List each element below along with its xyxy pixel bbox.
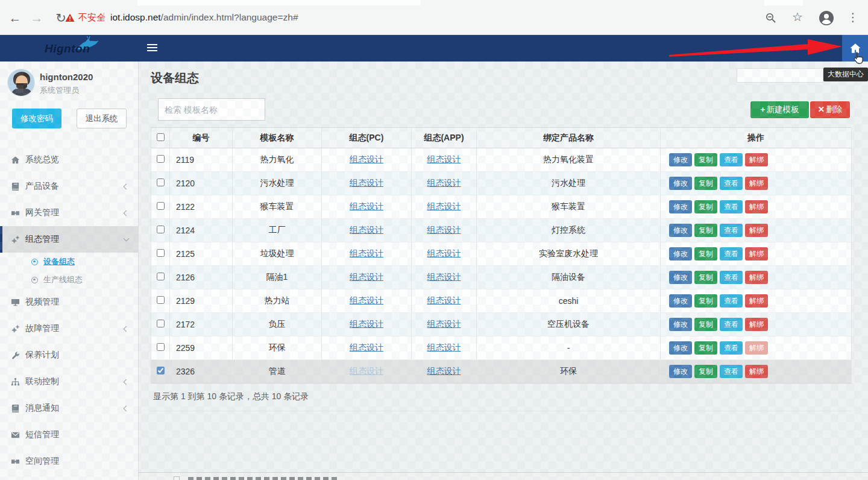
- pc-config-link[interactable]: 组态设计: [350, 225, 383, 235]
- bookmark-star-icon[interactable]: ☆: [788, 9, 807, 25]
- zoom-out-icon[interactable]: [766, 13, 776, 24]
- cell-product-name: ceshi: [477, 289, 661, 313]
- change-password-button[interactable]: 修改密码: [12, 109, 61, 128]
- sidebar-item-system-overview[interactable]: 系统总览: [0, 147, 138, 173]
- action-edit-button[interactable]: 修改: [669, 271, 692, 284]
- sidebar-subitem-device-config[interactable]: 设备组态: [0, 253, 138, 271]
- action-view-button[interactable]: 查看: [720, 341, 743, 355]
- action-unbind-button[interactable]: 解绑: [745, 271, 768, 284]
- action-unbind-button[interactable]: 解绑: [745, 200, 768, 213]
- action-copy-button[interactable]: 复制: [694, 271, 717, 284]
- action-edit-button[interactable]: 修改: [669, 200, 692, 213]
- pc-config-link[interactable]: 组态设计: [350, 295, 383, 305]
- pc-config-link[interactable]: 组态设计: [350, 178, 383, 188]
- hamburger-menu-icon[interactable]: [147, 44, 157, 52]
- pc-config-link[interactable]: 组态设计: [350, 343, 383, 352]
- new-template-button[interactable]: +新建模板: [750, 101, 809, 118]
- row-checkbox[interactable]: [157, 296, 165, 304]
- row-checkbox[interactable]: [157, 343, 165, 351]
- sidebar-item-gateway-mgmt[interactable]: 网关管理: [0, 200, 138, 226]
- pc-config-link[interactable]: 组态设计: [350, 154, 383, 164]
- app-config-link[interactable]: 组态设计: [427, 248, 461, 258]
- sidebar-item-product-device[interactable]: 产品设备: [0, 173, 138, 200]
- pc-config-link[interactable]: 组态设计: [350, 366, 383, 376]
- pc-config-link[interactable]: 组态设计: [350, 319, 383, 329]
- pc-config-link[interactable]: 组态设计: [350, 248, 383, 258]
- action-copy-button[interactable]: 复制: [694, 177, 717, 190]
- action-unbind-button[interactable]: 解绑: [745, 294, 768, 308]
- sidebar-item-sms-mgmt[interactable]: 短信管理: [0, 422, 138, 448]
- binoculars-icon: [11, 209, 25, 218]
- browser-forward-icon[interactable]: →: [28, 10, 46, 26]
- sidebar-item-maintenance-plan[interactable]: 保养计划: [0, 342, 138, 368]
- action-copy-button[interactable]: 复制: [694, 318, 717, 331]
- action-view-button[interactable]: 查看: [720, 294, 743, 308]
- action-edit-button[interactable]: 修改: [669, 341, 692, 355]
- action-copy-button[interactable]: 复制: [694, 365, 717, 378]
- row-checkbox[interactable]: [157, 320, 165, 327]
- action-unbind-button[interactable]: 解绑: [745, 341, 768, 355]
- action-unbind-button[interactable]: 解绑: [745, 247, 768, 261]
- action-edit-button[interactable]: 修改: [669, 365, 692, 378]
- action-edit-button[interactable]: 修改: [669, 224, 692, 237]
- browser-menu-dots-icon[interactable]: ⋮: [844, 10, 862, 25]
- pc-config-link[interactable]: 组态设计: [350, 201, 383, 211]
- action-edit-button[interactable]: 修改: [669, 294, 692, 308]
- action-copy-button[interactable]: 复制: [694, 224, 717, 237]
- row-checkbox[interactable]: [157, 249, 165, 257]
- browser-profile-icon[interactable]: [819, 10, 834, 26]
- action-view-button[interactable]: 查看: [720, 177, 743, 190]
- action-unbind-button[interactable]: 解绑: [745, 153, 768, 166]
- sidebar-item-linkage-control[interactable]: 联动控制: [0, 368, 138, 395]
- action-unbind-button[interactable]: 解绑: [745, 177, 768, 190]
- sidebar-item-message-notify[interactable]: 消息通知: [0, 395, 138, 422]
- action-view-button[interactable]: 查看: [720, 365, 743, 378]
- sidebar-subitem-production-line-config[interactable]: 生产线组态: [0, 271, 138, 289]
- action-copy-button[interactable]: 复制: [694, 294, 717, 308]
- app-config-link[interactable]: 组态设计: [427, 343, 461, 352]
- sidebar-item-space-mgmt[interactable]: 空间管理: [0, 448, 138, 475]
- app-config-link[interactable]: 组态设计: [427, 178, 461, 188]
- sidebar-item-fault-mgmt[interactable]: 故障管理: [0, 315, 138, 342]
- app-config-link[interactable]: 组态设计: [427, 295, 461, 305]
- app-config-link[interactable]: 组态设计: [427, 201, 461, 211]
- delete-button[interactable]: ✕删除: [810, 101, 850, 118]
- sidebar-item-config-mgmt[interactable]: 组态管理: [0, 226, 138, 253]
- browser-back-icon[interactable]: ←: [6, 10, 24, 26]
- action-view-button[interactable]: 查看: [720, 247, 743, 261]
- pc-config-link[interactable]: 组态设计: [350, 272, 383, 282]
- template-search-input[interactable]: [158, 98, 265, 121]
- app-config-link[interactable]: 组态设计: [427, 366, 461, 376]
- row-checkbox[interactable]: [157, 155, 165, 163]
- action-view-button[interactable]: 查看: [720, 318, 743, 331]
- action-edit-button[interactable]: 修改: [669, 153, 692, 166]
- action-unbind-button[interactable]: 解绑: [745, 224, 768, 237]
- app-config-link[interactable]: 组态设计: [427, 319, 461, 329]
- action-copy-button[interactable]: 复制: [694, 341, 717, 355]
- select-all-checkbox[interactable]: [157, 133, 165, 141]
- action-view-button[interactable]: 查看: [720, 224, 743, 237]
- action-edit-button[interactable]: 修改: [669, 177, 692, 190]
- app-config-link[interactable]: 组态设计: [427, 272, 461, 282]
- app-config-link[interactable]: 组态设计: [427, 225, 461, 235]
- action-view-button[interactable]: 查看: [720, 271, 743, 284]
- action-copy-button[interactable]: 复制: [694, 247, 717, 261]
- action-edit-button[interactable]: 修改: [669, 318, 692, 331]
- row-checkbox[interactable]: [157, 226, 165, 233]
- row-checkbox[interactable]: [157, 202, 165, 210]
- action-edit-button[interactable]: 修改: [669, 247, 692, 261]
- row-checkbox[interactable]: [157, 178, 165, 186]
- logout-button[interactable]: 退出系统: [77, 109, 127, 128]
- action-copy-button[interactable]: 复制: [694, 153, 717, 166]
- sidebar-item-video-mgmt[interactable]: 视频管理: [0, 289, 138, 315]
- action-unbind-button[interactable]: 解绑: [745, 365, 768, 378]
- security-warning[interactable]: 不安全: [65, 12, 105, 24]
- row-checkbox[interactable]: [157, 273, 165, 280]
- address-bar[interactable]: iot.idosp.net/admin/index.html?language=…: [110, 12, 298, 23]
- app-config-link[interactable]: 组态设计: [427, 154, 461, 164]
- action-view-button[interactable]: 查看: [720, 200, 743, 213]
- row-checkbox[interactable]: [157, 367, 165, 374]
- action-unbind-button[interactable]: 解绑: [745, 318, 768, 331]
- action-view-button[interactable]: 查看: [720, 153, 743, 166]
- action-copy-button[interactable]: 复制: [694, 200, 717, 213]
